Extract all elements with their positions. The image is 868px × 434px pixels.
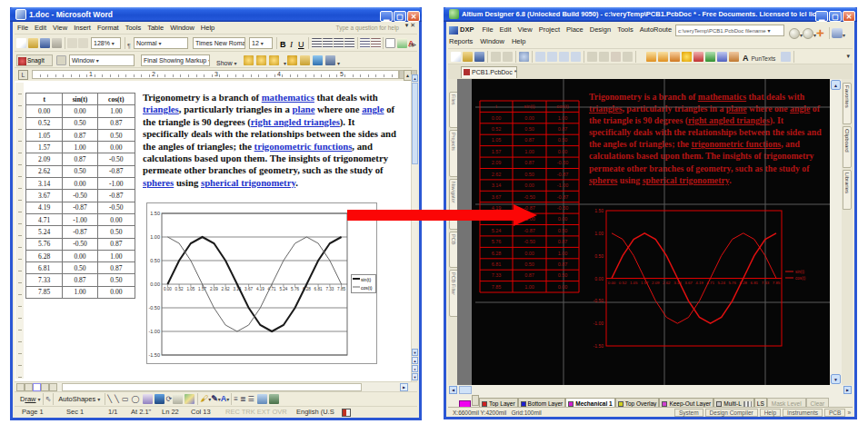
svg-text:1.00: 1.00	[594, 231, 604, 236]
svg-text:1.05: 1.05	[186, 287, 195, 291]
svg-text:1.57: 1.57	[492, 149, 502, 154]
svg-text:4.19: 4.19	[256, 287, 264, 291]
svg-text:0.00: 0.00	[558, 149, 568, 154]
svg-text:-0.50: -0.50	[524, 239, 535, 244]
svg-text:0.50: 0.50	[558, 137, 568, 143]
svg-text:-0.50: -0.50	[557, 160, 569, 165]
svg-text:0.00: 0.00	[164, 287, 172, 291]
svg-text:0.87: 0.87	[524, 272, 534, 278]
svg-text:2.09: 2.09	[210, 287, 218, 291]
svg-text:5.76: 5.76	[492, 239, 502, 244]
svg-text:4.19: 4.19	[695, 281, 703, 285]
svg-text:0.87: 0.87	[558, 261, 568, 267]
svg-text:0.00: 0.00	[150, 281, 160, 287]
svg-text:2.62: 2.62	[663, 281, 671, 285]
svg-text:1.50: 1.50	[150, 211, 160, 216]
svg-text:1.00: 1.00	[524, 149, 534, 154]
svg-text:cos(t): cos(t)	[361, 285, 373, 291]
svg-text:3.67: 3.67	[684, 281, 693, 285]
svg-text:-0.50: -0.50	[148, 305, 160, 311]
svg-text:7.85: 7.85	[492, 284, 502, 290]
svg-text:6.81: 6.81	[492, 261, 502, 267]
svg-text:1.00: 1.00	[558, 115, 568, 121]
svg-text:sin(t): sin(t)	[795, 270, 805, 274]
svg-text:7.85: 7.85	[773, 281, 781, 285]
svg-text:7.33: 7.33	[492, 272, 502, 278]
svg-text:cos(t): cos(t)	[556, 104, 569, 109]
svg-text:-0.87: -0.87	[524, 228, 535, 233]
svg-text:6.81: 6.81	[314, 287, 323, 291]
svg-text:0.50: 0.50	[524, 126, 534, 132]
svg-text:1.00: 1.00	[558, 251, 568, 256]
svg-text:-0.50: -0.50	[594, 298, 604, 303]
svg-text:t: t	[495, 104, 497, 109]
svg-text:6.28: 6.28	[492, 251, 502, 256]
svg-text:1.05: 1.05	[630, 281, 638, 285]
svg-text:1.00: 1.00	[150, 234, 160, 240]
svg-text:2.09: 2.09	[652, 281, 660, 285]
svg-text:-0.87: -0.87	[557, 194, 569, 200]
svg-text:1.05: 1.05	[492, 137, 502, 143]
svg-text:7.33: 7.33	[762, 281, 770, 285]
svg-text:0.50: 0.50	[558, 272, 568, 278]
svg-text:6.81: 6.81	[751, 281, 759, 285]
svg-text:-1.00: -1.00	[557, 182, 569, 188]
svg-text:5.76: 5.76	[291, 287, 299, 291]
svg-text:0.00: 0.00	[524, 251, 534, 256]
svg-text:0.52: 0.52	[492, 126, 502, 132]
svg-text:2.09: 2.09	[492, 160, 502, 165]
svg-text:1.50: 1.50	[594, 208, 604, 213]
svg-text:2.62: 2.62	[492, 172, 502, 177]
svg-text:0.50: 0.50	[524, 172, 534, 177]
svg-text:0.00: 0.00	[524, 115, 534, 121]
svg-text:0.87: 0.87	[524, 137, 534, 143]
svg-text:0.00: 0.00	[524, 182, 534, 188]
svg-text:0.00: 0.00	[558, 216, 568, 222]
svg-text:-0.50: -0.50	[557, 205, 569, 211]
svg-text:7.33: 7.33	[325, 287, 334, 291]
svg-text:-1.00: -1.00	[148, 329, 160, 334]
svg-text:0.00: 0.00	[608, 281, 616, 285]
svg-text:0.00: 0.00	[558, 284, 568, 290]
svg-text:-1.50: -1.50	[594, 343, 604, 349]
svg-text:5.24: 5.24	[279, 287, 287, 291]
svg-text:0.87: 0.87	[558, 126, 568, 132]
svg-text:0.50: 0.50	[594, 253, 604, 259]
svg-text:0.00: 0.00	[492, 115, 502, 121]
svg-text:0.52: 0.52	[619, 281, 627, 285]
svg-text:1.00: 1.00	[524, 284, 534, 290]
svg-text:3.67: 3.67	[244, 287, 253, 291]
svg-text:0.50: 0.50	[558, 228, 568, 233]
svg-text:5.24: 5.24	[717, 281, 725, 285]
svg-text:-1.50: -1.50	[148, 352, 160, 358]
svg-text:5.76: 5.76	[728, 281, 736, 285]
svg-text:0.00: 0.00	[594, 276, 604, 281]
svg-text:2.62: 2.62	[222, 287, 230, 291]
svg-text:cos(t): cos(t)	[795, 276, 806, 281]
svg-text:0.52: 0.52	[175, 287, 184, 291]
svg-text:5.24: 5.24	[492, 228, 502, 233]
svg-text:sin(t): sin(t)	[361, 277, 371, 282]
svg-text:0.50: 0.50	[150, 258, 160, 263]
svg-text:-0.50: -0.50	[524, 194, 535, 200]
svg-text:0.50: 0.50	[524, 261, 534, 267]
svg-text:0.87: 0.87	[524, 160, 534, 165]
svg-text:sin(t): sin(t)	[524, 104, 534, 109]
svg-text:-0.87: -0.87	[557, 172, 569, 177]
svg-text:0.87: 0.87	[558, 239, 568, 244]
svg-text:-1.00: -1.00	[594, 321, 604, 326]
svg-text:3.67: 3.67	[492, 194, 502, 200]
svg-text:7.85: 7.85	[337, 287, 345, 291]
svg-text:3.14: 3.14	[492, 182, 502, 188]
